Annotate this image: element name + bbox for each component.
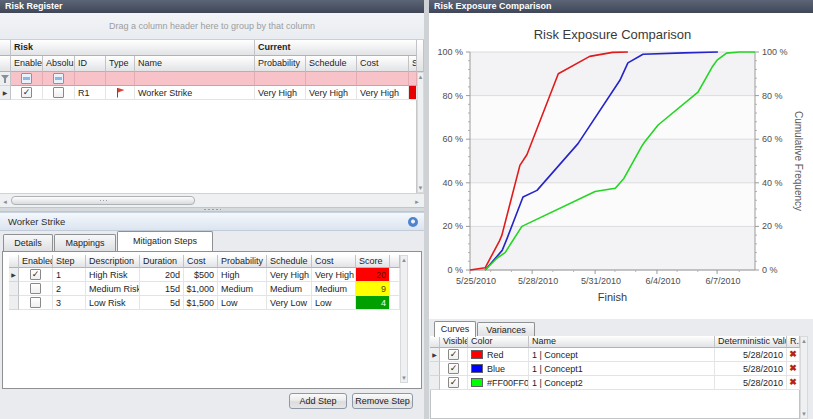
cell-post-cost[interactable]: Very High xyxy=(312,268,356,282)
absolute-checkbox[interactable] xyxy=(53,87,64,98)
cell-step[interactable]: 2 xyxy=(53,282,86,296)
cell-remove[interactable]: ✖ xyxy=(787,348,800,362)
cell-name[interactable]: 1 | Concept2 xyxy=(529,376,715,390)
filter-cell-name[interactable] xyxy=(135,72,255,86)
step-row-2[interactable]: 2 Medium Risk 15d $1,000 Medium Medium M… xyxy=(9,282,400,296)
cell-visible[interactable]: ✓ xyxy=(440,362,468,376)
step-enabled-checkbox[interactable]: ✓ xyxy=(30,269,41,280)
cell-post-cost[interactable]: Low xyxy=(312,296,356,310)
band-risk[interactable]: Risk xyxy=(11,40,255,56)
cell-score[interactable]: 20 xyxy=(356,268,390,282)
visible-checkbox[interactable]: ✓ xyxy=(448,349,459,360)
header-deterministic-value[interactable]: Deterministic Value xyxy=(715,336,787,348)
cell-probability[interactable]: Medium xyxy=(218,282,267,296)
scroll-down-icon[interactable]: ▼ xyxy=(418,184,424,192)
cell-name[interactable]: Worker Strike xyxy=(135,86,255,100)
cell-cost[interactable]: Very High xyxy=(357,86,409,100)
scroll-up-icon[interactable]: ▲ xyxy=(401,256,407,264)
cell-remove[interactable]: ✖ xyxy=(787,362,800,376)
filter-cell-enabled[interactable] xyxy=(11,72,43,86)
tab-details[interactable]: Details xyxy=(3,234,53,251)
filter-cell-schedule[interactable] xyxy=(306,72,357,86)
header-score[interactable]: Score xyxy=(356,255,390,268)
header-visible[interactable]: Visible xyxy=(440,336,468,348)
header-schedule[interactable]: Schedule xyxy=(267,255,312,268)
scroll-down-icon[interactable]: ▼ xyxy=(801,410,807,418)
remove-curve-icon[interactable]: ✖ xyxy=(789,378,797,387)
cell-cost[interactable]: $1,500 xyxy=(184,296,218,310)
cell-probability[interactable]: Low xyxy=(218,296,267,310)
cell-cost[interactable]: $500 xyxy=(184,268,218,282)
cell-description[interactable]: Low Risk xyxy=(86,296,140,310)
tab-curves[interactable]: Curves xyxy=(434,321,476,337)
cell-enabled[interactable] xyxy=(19,296,53,310)
tab-variances[interactable]: Variances xyxy=(477,322,535,337)
scroll-right-icon[interactable]: ► xyxy=(414,198,420,206)
header-probability[interactable]: Probability xyxy=(255,56,306,72)
header-score[interactable]: Sc xyxy=(409,56,417,72)
cell-deterministic-value[interactable]: 5/28/2010 xyxy=(715,362,787,376)
cell-enabled[interactable]: ✓ xyxy=(11,86,43,100)
cell-description[interactable]: High Risk xyxy=(86,268,140,282)
hscroll-thumb[interactable] xyxy=(11,196,195,205)
tab-mitigation-steps[interactable]: Mitigation Steps xyxy=(117,231,213,251)
header-remove[interactable]: R... xyxy=(787,336,800,348)
filter-cell-probability[interactable] xyxy=(255,72,306,86)
cell-post-cost[interactable]: Medium xyxy=(312,282,356,296)
filter-cell-type[interactable] xyxy=(106,72,135,86)
collapse-button[interactable] xyxy=(408,217,418,227)
cell-description[interactable]: Medium Risk xyxy=(86,282,140,296)
header-description[interactable]: Description xyxy=(86,255,140,268)
filter-cell-score[interactable] xyxy=(409,72,417,86)
cell-score[interactable]: 9 xyxy=(356,282,390,296)
remove-curve-icon[interactable]: ✖ xyxy=(789,350,797,359)
cell-duration[interactable]: 15d xyxy=(140,282,184,296)
scroll-down-icon[interactable]: ▼ xyxy=(401,374,407,382)
cell-name[interactable]: 1 | Concept xyxy=(529,348,715,362)
cell-probability[interactable]: High xyxy=(218,268,267,282)
cell-schedule[interactable]: Very High xyxy=(267,268,312,282)
scroll-up-icon[interactable]: ▲ xyxy=(801,337,807,345)
header-type[interactable]: Type xyxy=(106,56,135,72)
header-absolute[interactable]: Absolu... xyxy=(43,56,75,72)
header-enabled[interactable]: Enabled xyxy=(11,56,43,72)
header-enabled[interactable]: Enabled xyxy=(19,255,53,268)
visible-checkbox[interactable]: ✓ xyxy=(448,377,459,388)
step-row-1[interactable]: ▶ ✓ 1 High Risk 20d $500 High Very High … xyxy=(9,268,400,282)
header-name[interactable]: Name xyxy=(135,56,255,72)
cell-schedule[interactable]: Medium xyxy=(267,282,312,296)
cell-schedule[interactable]: Very High xyxy=(306,86,357,100)
cell-visible[interactable]: ✓ xyxy=(440,376,468,390)
add-step-button[interactable]: Add Step xyxy=(289,393,347,409)
cell-color[interactable]: #FF00FF00 xyxy=(468,376,529,390)
cell-type[interactable] xyxy=(106,86,135,100)
cell-score[interactable]: 4 xyxy=(356,296,390,310)
cell-duration[interactable]: 5d xyxy=(140,296,184,310)
header-post-cost[interactable]: Cost xyxy=(312,255,356,268)
cell-step[interactable]: 3 xyxy=(53,296,86,310)
cell-step[interactable]: 1 xyxy=(53,268,86,282)
header-color[interactable]: Color xyxy=(468,336,529,348)
cell-id[interactable]: R1 xyxy=(75,86,106,100)
cell-score[interactable] xyxy=(409,86,417,100)
cell-absolute[interactable] xyxy=(43,86,75,100)
header-probability[interactable]: Probability xyxy=(218,255,267,268)
cell-deterministic-value[interactable]: 5/28/2010 xyxy=(715,376,787,390)
curve-row-green[interactable]: ✓ #FF00FF00 1 | Concept2 5/28/2010 ✖ xyxy=(430,376,800,390)
risk-grid-vscrollbar[interactable]: ▲ ▼ xyxy=(417,72,424,193)
header-cost[interactable]: Cost xyxy=(184,255,218,268)
cell-color[interactable]: Red xyxy=(468,348,529,362)
visible-checkbox[interactable]: ✓ xyxy=(448,363,459,374)
header-step[interactable]: Step xyxy=(53,255,86,268)
step-row-3[interactable]: 3 Low Risk 5d $1,500 Low Very Low Low 4 xyxy=(9,296,400,310)
step-enabled-checkbox[interactable] xyxy=(30,297,41,308)
filter-cell-cost[interactable] xyxy=(357,72,409,86)
curves-grid-vscrollbar[interactable]: ▲ ▼ xyxy=(800,336,808,419)
risk-grid-hscrollbar[interactable]: ◄ ► xyxy=(0,193,424,207)
enabled-checkbox[interactable]: ✓ xyxy=(21,87,32,98)
cell-color[interactable]: Blue xyxy=(468,362,529,376)
cell-duration[interactable]: 20d xyxy=(140,268,184,282)
cell-name[interactable]: 1 | Concept1 xyxy=(529,362,715,376)
header-name[interactable]: Name xyxy=(529,336,715,348)
curve-row-blue[interactable]: ✓ Blue 1 | Concept1 5/28/2010 ✖ xyxy=(430,362,800,376)
